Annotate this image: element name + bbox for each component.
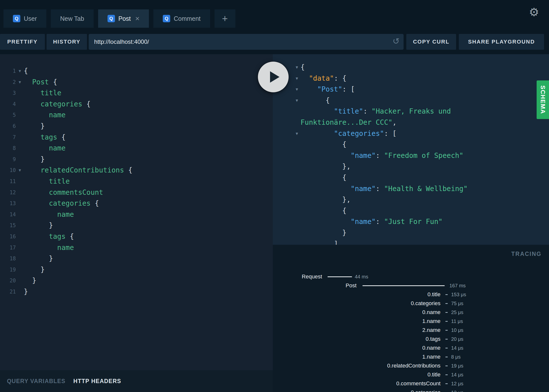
- fold-arrow-icon[interactable]: ▾: [16, 165, 24, 176]
- code-token: {: [91, 199, 99, 207]
- add-tab-button[interactable]: +: [215, 9, 235, 28]
- tracing-title: TRACING: [511, 251, 542, 257]
- tab-bar: QUserNew TabQPost×QComment+: [3, 9, 235, 28]
- fold-arrow-icon: [16, 143, 24, 154]
- query-line: 14 name: [0, 209, 273, 220]
- settings-gear-icon[interactable]: ⚙: [529, 6, 539, 18]
- response-line: ▾ "data": {: [273, 73, 549, 84]
- code-text: name: [24, 110, 66, 121]
- code-token: }: [24, 288, 28, 296]
- prettify-button[interactable]: PRETTIFY: [0, 34, 45, 50]
- tab-post[interactable]: QPost×: [98, 9, 149, 28]
- fold-arrow-icon: [16, 88, 24, 99]
- response-line: },: [273, 194, 549, 205]
- execute-query-button[interactable]: [258, 62, 289, 92]
- query-line: 11 title: [0, 176, 273, 187]
- code-token: "categories": [334, 129, 384, 138]
- collapse-arrow-icon: [273, 216, 301, 227]
- tracing-row: 2.name10 μs: [273, 326, 549, 335]
- code-text: name: [24, 209, 74, 220]
- query-line: 10▾ relatedContributions {: [0, 165, 273, 176]
- tab-new-tab[interactable]: New Tab: [51, 9, 94, 28]
- code-token: tags: [40, 133, 57, 141]
- code-token: ,: [392, 118, 397, 126]
- fold-arrow-icon: [16, 231, 24, 242]
- collapse-arrow-icon: [273, 227, 301, 239]
- code-token: :: [376, 218, 384, 226]
- schema-side-tab[interactable]: SCHEMA: [537, 80, 549, 119]
- line-number: 9: [0, 154, 16, 165]
- code-token: }: [40, 155, 45, 163]
- tracing-time: 10 μs: [451, 327, 463, 333]
- query-line: 4 categories {: [0, 99, 273, 110]
- fold-arrow-icon[interactable]: ▾: [16, 77, 24, 88]
- query-editor-pane: 1▾{2▾ Post {3 title4 categories {5 name6…: [0, 54, 273, 392]
- tracing-time: 14 μs: [451, 345, 463, 351]
- tracing-time: 8 μs: [451, 354, 461, 360]
- code-token: name: [57, 210, 74, 219]
- code-token: "name": [351, 151, 376, 160]
- code-text: },: [301, 194, 351, 205]
- copy-curl-button[interactable]: COPY CURL: [406, 34, 456, 50]
- collapse-arrow-icon: [273, 150, 301, 161]
- reload-schema-icon[interactable]: ↺: [393, 37, 400, 45]
- response-line: "name": "Freedom of Speech": [273, 150, 549, 161]
- collapse-arrow-icon[interactable]: ▾: [273, 95, 301, 106]
- code-text: name: [24, 143, 66, 154]
- fold-arrow-icon: [16, 154, 24, 165]
- code-text: title: [24, 88, 61, 99]
- tracing-dash: [445, 312, 448, 313]
- query-variables-tab[interactable]: QUERY VARIABLES: [7, 378, 65, 385]
- code-token: {: [342, 140, 347, 148]
- history-button[interactable]: HISTORY: [47, 34, 87, 50]
- query-line: 6 }: [0, 121, 273, 132]
- endpoint-url-input[interactable]: [89, 38, 404, 45]
- collapse-arrow-icon: [273, 194, 301, 205]
- fold-arrow-icon: [16, 253, 24, 264]
- query-badge: Q: [108, 15, 115, 22]
- query-line: 18 }: [0, 253, 273, 264]
- fold-arrow-icon: [16, 198, 24, 209]
- tracing-label: 0.tags: [273, 336, 440, 342]
- code-text: }: [24, 264, 45, 275]
- line-number: 1: [0, 66, 16, 77]
- code-token: },: [342, 196, 351, 204]
- code-token: }: [40, 122, 45, 130]
- code-text: }: [24, 253, 53, 264]
- editor-footer-tabs: QUERY VARIABLES HTTP HEADERS: [0, 370, 273, 392]
- line-number: 16: [0, 231, 16, 242]
- line-number: 5: [0, 110, 16, 121]
- code-text: "title": "Hacker, Freaks und: [301, 106, 451, 117]
- tracing-dash: [445, 294, 448, 295]
- code-token: :: [376, 185, 384, 193]
- tracing-label: 0.name: [273, 309, 440, 316]
- tracing-row: 0.categories13 μs: [273, 388, 549, 392]
- tab-user[interactable]: QUser: [3, 9, 46, 28]
- code-token: : [: [342, 85, 355, 93]
- tab-label: New Tab: [60, 15, 84, 22]
- collapse-arrow-icon[interactable]: ▾: [273, 128, 301, 139]
- response-line: }: [273, 227, 549, 239]
- close-tab-icon[interactable]: ×: [135, 15, 140, 22]
- line-number: 2: [0, 77, 16, 88]
- line-number: 12: [0, 187, 16, 198]
- code-token: "Health & Wellbeing": [384, 185, 467, 193]
- fold-arrow-icon[interactable]: ▾: [16, 66, 24, 77]
- share-playground-button[interactable]: SHARE PLAYGROUND: [459, 34, 544, 50]
- query-editor[interactable]: 1▾{2▾ Post {3 title4 categories {5 name6…: [0, 54, 273, 297]
- http-headers-tab[interactable]: HTTP HEADERS: [73, 378, 121, 385]
- code-token: }: [40, 266, 45, 274]
- tracing-label: 1.name: [273, 354, 440, 360]
- endpoint-url-box: ↺: [89, 34, 404, 50]
- query-line: 9 }: [0, 154, 273, 165]
- tracing-rows: Request44 msPost167 ms0.title153 μs0.cat…: [273, 272, 549, 392]
- code-token: }: [49, 254, 53, 263]
- tab-comment[interactable]: QComment: [153, 9, 210, 28]
- query-badge: Q: [13, 15, 20, 22]
- fold-arrow-icon: [16, 286, 24, 297]
- response-line: {: [273, 172, 549, 183]
- line-number: 13: [0, 198, 16, 209]
- code-token: "Freedom of Speech": [384, 151, 463, 160]
- line-number: 4: [0, 99, 16, 110]
- code-token: "name": [351, 218, 376, 226]
